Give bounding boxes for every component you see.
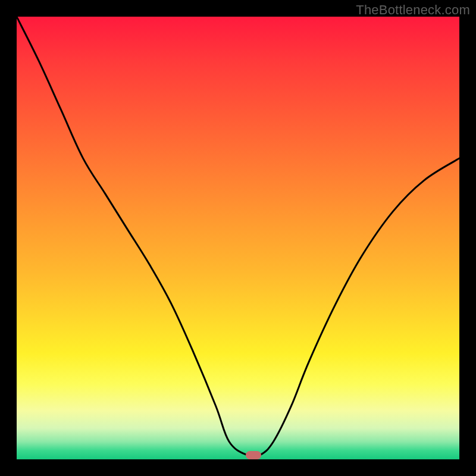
chart-frame: TheBottleneck.com bbox=[0, 0, 476, 476]
optimum-marker bbox=[246, 451, 261, 459]
plot-area bbox=[17, 17, 459, 459]
bottleneck-curve bbox=[17, 17, 459, 457]
curve-svg bbox=[17, 17, 459, 459]
watermark-text: TheBottleneck.com bbox=[356, 2, 470, 18]
